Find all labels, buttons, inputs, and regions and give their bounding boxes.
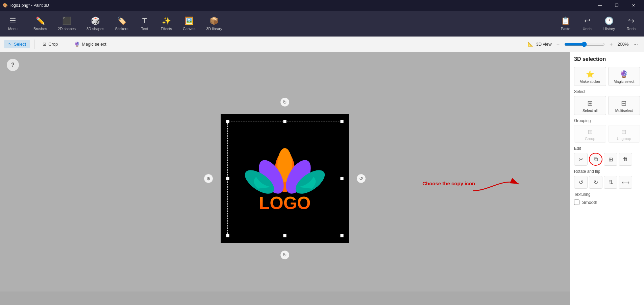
- handle-bot-right[interactable]: [340, 234, 344, 237]
- paste-icon: 📋: [561, 17, 570, 25]
- multiselect-icon: ⊟: [621, 99, 627, 107]
- handle-mid-right[interactable]: [340, 177, 344, 180]
- rotate-handle-bottom[interactable]: ↻: [280, 250, 290, 260]
- 3dshapes-label: 3D shapes: [86, 27, 104, 31]
- stickers-icon: 🏷️: [117, 17, 126, 25]
- magic-select-label: Magic select: [82, 42, 106, 47]
- select-section-label: Select: [574, 89, 640, 94]
- toolbar-history[interactable]: 🕐 History: [599, 15, 620, 33]
- rotate-handle-left[interactable]: ⊕: [204, 174, 213, 183]
- 3dview-label: 3D view: [536, 42, 551, 47]
- canvas-area[interactable]: ? ↻ ⊕ ↺ ↻: [0, 52, 570, 305]
- text-label: Text: [141, 27, 148, 31]
- canvas-bottom-strip: [0, 291, 570, 305]
- redo-label: Redo: [627, 27, 636, 31]
- handle-top-mid[interactable]: [283, 120, 287, 123]
- ungroup-label: Ungroup: [617, 137, 631, 141]
- app-icon: 🎨: [3, 3, 8, 8]
- multiselect-button[interactable]: ⊟ Multiselect: [608, 96, 640, 115]
- handle-bot-left[interactable]: [226, 234, 229, 237]
- cut-button[interactable]: ✂: [574, 153, 588, 166]
- select-all-button[interactable]: ⊞ Select all: [574, 96, 606, 115]
- toolbar-brushes[interactable]: ✏️ Brushes: [29, 15, 52, 33]
- toolbar-right: 📋 Paste ↩ Undo 🕐 History ↪ Redo: [555, 15, 641, 33]
- toolbar-effects[interactable]: ✨ Effects: [156, 15, 177, 33]
- title-bar: 🎨 logo1.png* - Paint 3D — ❐ ✕: [0, 0, 644, 11]
- zoom-slider[interactable]: [564, 42, 605, 47]
- copy-button[interactable]: ⧉: [589, 153, 602, 166]
- zoom-out-button[interactable]: −: [554, 41, 562, 48]
- undo-label: Undo: [583, 27, 592, 31]
- more-options-button[interactable]: ···: [631, 41, 640, 48]
- select-button[interactable]: ↖ Select: [4, 40, 30, 48]
- minimize-button[interactable]: —: [592, 0, 608, 11]
- view-controls: 📐 3D view − + 200% ···: [528, 41, 640, 48]
- toolbar-2dshapes[interactable]: ⬛ 2D shapes: [53, 15, 80, 33]
- right-panel: 3D selection ⭐ Make sticker 🔮 Magic sele…: [570, 52, 644, 305]
- restore-button[interactable]: ❐: [609, 0, 624, 11]
- logo-container[interactable]: ↻ ⊕ ↺ ↻: [221, 114, 349, 243]
- make-sticker-button[interactable]: ⭐ Make sticker: [574, 67, 606, 86]
- magic-select-panel-button[interactable]: 🔮 Magic select: [608, 67, 640, 86]
- copy-icon: ⧉: [594, 156, 598, 162]
- 2dshapes-label: 2D shapes: [58, 27, 76, 31]
- 2dshapes-icon: ⬛: [62, 17, 71, 25]
- zoom-value: 200%: [617, 42, 628, 47]
- make-sticker-icon: ⭐: [586, 70, 594, 78]
- stickers-label: Stickers: [115, 27, 128, 31]
- toolbar-3dlibrary[interactable]: 📦 3D library: [201, 15, 227, 33]
- multiselect-label: Multiselect: [615, 109, 633, 113]
- toolbar-canvas[interactable]: 🖼️ Canvas: [178, 15, 200, 33]
- magic-select-icon: 🔮: [74, 42, 80, 47]
- 3dshapes-icon: 🎲: [91, 17, 100, 25]
- select-all-label: Select all: [583, 109, 598, 113]
- smooth-checkbox[interactable]: [574, 200, 579, 205]
- flip-v-button[interactable]: ⇅: [604, 176, 617, 189]
- rotate-cw-icon: ↻: [594, 179, 598, 186]
- magic-select-button[interactable]: 🔮 Magic select: [70, 40, 110, 48]
- menu-icon: ☰: [9, 17, 16, 25]
- select-label: Select: [14, 42, 26, 47]
- flip-h-button[interactable]: ⟺: [619, 176, 632, 189]
- rotate-handle-top[interactable]: ↻: [280, 97, 290, 107]
- paste-label: Paste: [561, 27, 570, 31]
- toolbar-text[interactable]: T Text: [134, 15, 155, 33]
- menu-button[interactable]: ☰ Menu: [3, 15, 23, 33]
- zoom-in-button[interactable]: +: [608, 41, 615, 48]
- toolbar-redo[interactable]: ↪ Redo: [621, 15, 641, 33]
- main-toolbar: ☰ Menu ✏️ Brushes ⬛ 2D shapes 🎲 3D shape…: [0, 11, 644, 37]
- paste-edit-button[interactable]: ⊞: [604, 153, 617, 166]
- toolbar-3dshapes[interactable]: 🎲 3D shapes: [82, 15, 109, 33]
- toolbar-undo[interactable]: ↩ Undo: [577, 15, 597, 33]
- toolbar-separator-1: [26, 15, 26, 32]
- crop-label: Crop: [48, 42, 58, 47]
- handle-top-right[interactable]: [340, 120, 344, 123]
- toolbar-stickers[interactable]: 🏷️ Stickers: [110, 15, 133, 33]
- select-all-icon: ⊞: [587, 99, 593, 107]
- crop-button[interactable]: ⊡ Crop: [39, 40, 62, 48]
- rotate-cw-button[interactable]: ↻: [589, 176, 602, 189]
- toolbar-paste[interactable]: 📋 Paste: [555, 15, 576, 33]
- edit-section-label: Edit: [574, 146, 640, 151]
- brushes-label: Brushes: [33, 27, 47, 31]
- panel-top-grid: ⭐ Make sticker 🔮 Magic select: [574, 67, 640, 86]
- canvas-label: Canvas: [183, 27, 195, 31]
- crop-icon: ⊡: [43, 42, 46, 47]
- handle-top-left[interactable]: [226, 120, 229, 123]
- brushes-icon: ✏️: [36, 17, 45, 25]
- handle-mid-left[interactable]: [226, 177, 229, 180]
- magic-select-panel-icon: 🔮: [620, 70, 628, 78]
- ungroup-button: ⊟ Ungroup: [608, 125, 640, 143]
- help-button[interactable]: ?: [7, 59, 19, 71]
- text-icon: T: [142, 17, 147, 25]
- close-button[interactable]: ✕: [626, 0, 641, 11]
- select-grid: ⊞ Select all ⊟ Multiselect: [574, 96, 640, 115]
- rotate-ccw-button[interactable]: ↺: [574, 176, 588, 189]
- rotate-icons-row: ↺ ↻ ⇅ ⟺: [574, 176, 640, 189]
- rotate-handle-right[interactable]: ↺: [356, 174, 366, 183]
- smooth-label: Smooth: [582, 200, 597, 205]
- title-bar-right: — ❐ ✕: [592, 0, 641, 11]
- handle-bot-mid[interactable]: [283, 234, 287, 237]
- delete-button[interactable]: 🗑: [619, 153, 632, 166]
- menu-label: Menu: [8, 27, 18, 31]
